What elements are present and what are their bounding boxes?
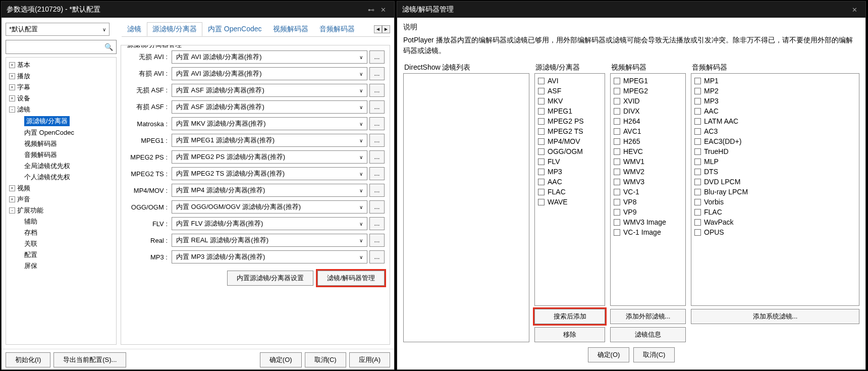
- tree-toggle-icon[interactable]: +: [9, 62, 15, 68]
- config-select[interactable]: *默认配置 ∨: [6, 23, 110, 36]
- checkbox-icon[interactable]: [538, 98, 545, 104]
- remove-button[interactable]: 移除: [534, 327, 605, 342]
- check-item[interactable]: MPEG2 TS: [537, 126, 603, 136]
- codec-select[interactable]: 内置 MPEG2 TS 源滤镜/分离器(推荐)∨: [172, 167, 367, 180]
- check-item[interactable]: HEVC: [613, 146, 683, 156]
- codec-select[interactable]: 内置 REAL 源滤镜/分离器(推荐)∨: [172, 234, 367, 247]
- check-item[interactable]: DVD LPCM: [693, 177, 857, 187]
- check-item[interactable]: XVID: [613, 96, 683, 106]
- tree-toggle-icon[interactable]: -: [9, 207, 15, 214]
- check-item[interactable]: FLV: [537, 156, 603, 167]
- tree-item[interactable]: 源滤镜/分离器: [7, 115, 115, 127]
- checkbox-icon[interactable]: [694, 219, 701, 226]
- tree-item[interactable]: 视频解码器: [7, 138, 115, 149]
- tree-item[interactable]: 辅助: [7, 216, 115, 227]
- tab-0[interactable]: 滤镜: [122, 22, 147, 36]
- check-item[interactable]: WMV3 Image: [613, 217, 683, 227]
- checkbox-icon[interactable]: [694, 158, 701, 165]
- check-item[interactable]: Blu-ray LPCM: [693, 187, 857, 197]
- more-button[interactable]: ...: [369, 184, 385, 197]
- check-item[interactable]: AVI: [537, 76, 603, 86]
- tree-item[interactable]: +播放: [7, 71, 115, 82]
- check-item[interactable]: Vorbis: [693, 197, 857, 207]
- codec-select[interactable]: 内置 MP3 源滤镜/分离器(推荐)∨: [172, 250, 367, 263]
- check-item[interactable]: TrueHD: [693, 146, 857, 156]
- filter-manager-button[interactable]: 滤镜/解码器管理: [317, 271, 385, 286]
- tree-item[interactable]: 存档: [7, 227, 115, 238]
- checkbox-icon[interactable]: [694, 179, 701, 185]
- checkbox-icon[interactable]: [614, 118, 620, 125]
- check-item[interactable]: MP4/MOV: [537, 136, 603, 146]
- tab-prev-icon[interactable]: ◄: [374, 25, 382, 33]
- check-item[interactable]: VC-1 Image: [613, 227, 683, 237]
- check-item[interactable]: MPEG1: [613, 76, 683, 86]
- checkbox-icon[interactable]: [538, 78, 545, 84]
- builtin-settings-button[interactable]: 内置源滤镜/分离器设置: [227, 271, 314, 286]
- tree-item[interactable]: -扩展功能: [7, 205, 115, 216]
- checkbox-icon[interactable]: [694, 199, 701, 205]
- check-item[interactable]: DTS: [693, 167, 857, 177]
- add-external-button[interactable]: 添加外部滤镜...: [610, 309, 686, 324]
- check-item[interactable]: WMV2: [613, 167, 683, 177]
- search-input[interactable]: [9, 43, 104, 51]
- codec-select[interactable]: 内置 OGG/OGM/OGV 源滤镜/分离器(推荐)∨: [172, 200, 367, 214]
- more-button[interactable]: ...: [369, 217, 385, 230]
- checkbox-icon[interactable]: [614, 128, 620, 135]
- more-button[interactable]: ...: [369, 117, 385, 130]
- checkbox-icon[interactable]: [694, 138, 701, 145]
- check-item[interactable]: WMV3: [613, 177, 683, 187]
- checkbox-icon[interactable]: [694, 189, 701, 195]
- check-item[interactable]: VP9: [613, 207, 683, 217]
- check-item[interactable]: MKV: [537, 96, 603, 106]
- check-item[interactable]: MP2: [693, 86, 857, 96]
- filter-info-button[interactable]: 滤镜信息: [610, 327, 686, 342]
- close-icon[interactable]: ✕: [377, 6, 389, 14]
- tab-2[interactable]: 内置 OpenCodec: [202, 22, 267, 36]
- more-button[interactable]: ...: [369, 67, 385, 80]
- codec-select[interactable]: 内置 MKV 源滤镜/分离器(推荐)∨: [172, 117, 367, 130]
- check-item[interactable]: MPEG2 PS: [537, 116, 603, 126]
- checkbox-icon[interactable]: [538, 118, 545, 125]
- tab-1[interactable]: 源滤镜/分离器: [147, 22, 202, 36]
- ok-button[interactable]: 确定(O): [588, 347, 630, 362]
- more-button[interactable]: ...: [369, 167, 385, 180]
- tree-item[interactable]: +设备: [7, 93, 115, 104]
- pin-icon[interactable]: ⊷: [365, 6, 377, 14]
- checkbox-icon[interactable]: [614, 219, 620, 226]
- cancel-button[interactable]: 取消(C): [305, 352, 346, 367]
- checkbox-icon[interactable]: [614, 179, 620, 185]
- checkbox-icon[interactable]: [614, 148, 620, 155]
- more-button[interactable]: ...: [369, 250, 385, 263]
- codec-select[interactable]: 内置 ASF 源滤镜/分离器(推荐)∨: [172, 100, 367, 114]
- check-item[interactable]: WMV1: [613, 156, 683, 167]
- more-button[interactable]: ...: [369, 150, 385, 164]
- check-item[interactable]: MP1: [693, 76, 857, 86]
- more-button[interactable]: ...: [369, 100, 385, 114]
- checkbox-icon[interactable]: [538, 148, 545, 155]
- directshow-list[interactable]: [403, 73, 529, 342]
- codec-select[interactable]: 内置 ASF 源滤镜/分离器(推荐)∨: [172, 84, 367, 97]
- tree-toggle-icon[interactable]: -: [9, 107, 15, 113]
- check-item[interactable]: FLAC: [693, 207, 857, 217]
- checkbox-icon[interactable]: [614, 209, 620, 216]
- check-item[interactable]: MPEG2: [613, 86, 683, 96]
- more-button[interactable]: ...: [369, 84, 385, 97]
- more-button[interactable]: ...: [369, 200, 385, 214]
- more-button[interactable]: ...: [369, 50, 385, 64]
- export-button[interactable]: 导出当前配置(S)...: [53, 352, 126, 367]
- tab-next-icon[interactable]: ►: [382, 25, 390, 33]
- checkbox-icon[interactable]: [694, 98, 701, 104]
- checkbox-icon[interactable]: [614, 189, 620, 195]
- init-button[interactable]: 初始化(I): [6, 352, 50, 367]
- add-system-button[interactable]: 添加系统滤镜...: [691, 309, 859, 324]
- checkbox-icon[interactable]: [694, 229, 701, 236]
- checkbox-icon[interactable]: [538, 88, 545, 94]
- check-item[interactable]: LATM AAC: [693, 116, 857, 126]
- codec-select[interactable]: 内置 AVI 源滤镜/分离器(推荐)∨: [172, 50, 367, 64]
- tree-item[interactable]: +字幕: [7, 82, 115, 93]
- check-item[interactable]: EAC3(DD+): [693, 136, 857, 146]
- check-item[interactable]: VP8: [613, 197, 683, 207]
- tree-item[interactable]: 全局滤镜优先权: [7, 161, 115, 172]
- checkbox-icon[interactable]: [538, 138, 545, 145]
- tree-toggle-icon[interactable]: +: [9, 196, 15, 202]
